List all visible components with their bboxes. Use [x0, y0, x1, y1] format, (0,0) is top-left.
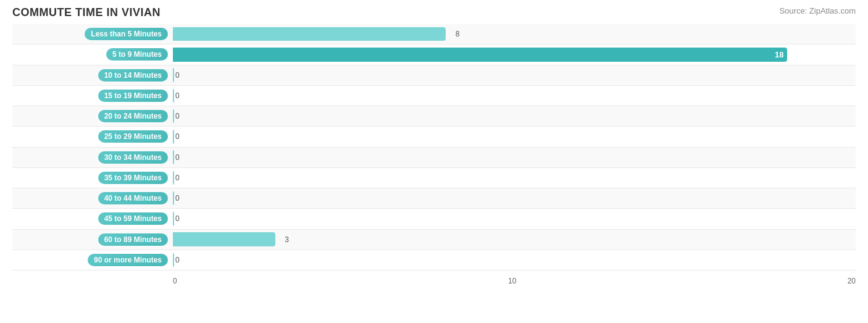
chart-source: Source: ZipAtlas.com: [779, 6, 856, 15]
label-pill: 30 to 34 Minutes: [98, 151, 168, 164]
bar-fill: 8: [173, 27, 446, 41]
bar-label: Less than 5 Minutes: [12, 28, 173, 40]
chart-container: COMMUTE TIME IN VIVIAN Source: ZipAtlas.…: [0, 0, 868, 323]
table-row: 10 to 14 Minutes0: [12, 65, 856, 86]
label-pill: 10 to 14 Minutes: [98, 69, 168, 82]
chart-header: COMMUTE TIME IN VIVIAN Source: ZipAtlas.…: [12, 6, 856, 19]
bar-value: 3: [285, 235, 289, 244]
bar-value: 0: [175, 256, 180, 264]
x-axis: 0 10 20: [173, 277, 856, 285]
bar-label: 40 to 44 Minutes: [12, 192, 173, 204]
table-row: 25 to 29 Minutes0: [12, 127, 856, 147]
table-row: 5 to 9 Minutes18: [12, 44, 856, 65]
bar-label: 35 to 39 Minutes: [12, 172, 173, 184]
bar-label: 10 to 14 Minutes: [12, 69, 173, 82]
bar-label: 60 to 89 Minutes: [12, 233, 173, 246]
x-label-10: 10: [508, 277, 516, 285]
bar-fill: [173, 89, 174, 103]
bar-label: 15 to 19 Minutes: [12, 90, 173, 102]
bar-track: 8: [173, 24, 856, 44]
label-pill: 90 or more Minutes: [88, 254, 168, 266]
bar-track: 0: [173, 188, 856, 208]
bar-value: 0: [175, 194, 180, 203]
bar-fill: [173, 130, 174, 144]
bar-fill: [173, 191, 174, 206]
bars-wrapper: Less than 5 Minutes85 to 9 Minutes1810 t…: [12, 24, 856, 285]
label-pill: 5 to 9 Minutes: [106, 48, 168, 61]
table-row: Less than 5 Minutes8: [12, 24, 856, 44]
label-pill: 60 to 89 Minutes: [98, 233, 168, 246]
table-row: 60 to 89 Minutes3: [12, 230, 856, 250]
bar-rows: Less than 5 Minutes85 to 9 Minutes1810 t…: [12, 24, 856, 271]
bar-value: 0: [175, 91, 180, 100]
bar-label: 25 to 29 Minutes: [12, 130, 173, 143]
table-row: 15 to 19 Minutes0: [12, 86, 856, 106]
x-label-0: 0: [173, 277, 177, 285]
label-pill: Less than 5 Minutes: [85, 28, 168, 40]
label-pill: 25 to 29 Minutes: [98, 130, 168, 143]
chart-title: COMMUTE TIME IN VIVIAN: [12, 6, 161, 19]
bar-track: 0: [173, 250, 856, 270]
bar-value: 0: [175, 174, 180, 182]
label-pill: 45 to 59 Minutes: [98, 212, 168, 225]
bar-label: 30 to 34 Minutes: [12, 151, 173, 164]
bar-track: 18: [173, 44, 856, 64]
chart-area: Less than 5 Minutes85 to 9 Minutes1810 t…: [12, 24, 856, 285]
bar-fill: [173, 212, 174, 226]
label-pill: 15 to 19 Minutes: [98, 90, 168, 102]
bar-fill: [173, 68, 174, 82]
bar-fill: [173, 150, 174, 164]
table-row: 30 to 34 Minutes0: [12, 148, 856, 168]
bar-fill: [173, 109, 174, 124]
bar-fill: 18: [173, 48, 787, 62]
table-row: 40 to 44 Minutes0: [12, 188, 856, 209]
bar-track: 0: [173, 168, 856, 188]
bar-track: 0: [173, 106, 856, 126]
table-row: 35 to 39 Minutes0: [12, 168, 856, 188]
bar-value: 0: [175, 153, 180, 162]
bar-fill: [173, 171, 174, 185]
bar-track: 0: [173, 209, 856, 229]
bar-value: 0: [175, 71, 180, 80]
bar-label: 20 to 24 Minutes: [12, 110, 173, 122]
table-row: 20 to 24 Minutes0: [12, 106, 856, 127]
x-label-20: 20: [848, 277, 856, 285]
bar-label: 45 to 59 Minutes: [12, 212, 173, 225]
bar-fill: 3: [173, 232, 275, 246]
bar-label: 90 or more Minutes: [12, 254, 173, 266]
bar-value: 18: [775, 50, 783, 59]
bar-track: 0: [173, 65, 856, 85]
bar-value: 0: [175, 132, 180, 141]
bar-value: 0: [175, 214, 180, 223]
table-row: 45 to 59 Minutes0: [12, 209, 856, 229]
bar-fill: [173, 253, 174, 267]
bar-track: 0: [173, 148, 856, 167]
bar-label: 5 to 9 Minutes: [12, 48, 173, 61]
bar-track: 0: [173, 86, 856, 106]
table-row: 90 or more Minutes0: [12, 250, 856, 271]
bar-value: 0: [175, 112, 180, 120]
label-pill: 40 to 44 Minutes: [98, 192, 168, 204]
bar-track: 3: [173, 230, 856, 250]
label-pill: 20 to 24 Minutes: [98, 110, 168, 122]
bar-track: 0: [173, 127, 856, 146]
bar-value: 8: [456, 30, 460, 38]
label-pill: 35 to 39 Minutes: [98, 172, 168, 184]
